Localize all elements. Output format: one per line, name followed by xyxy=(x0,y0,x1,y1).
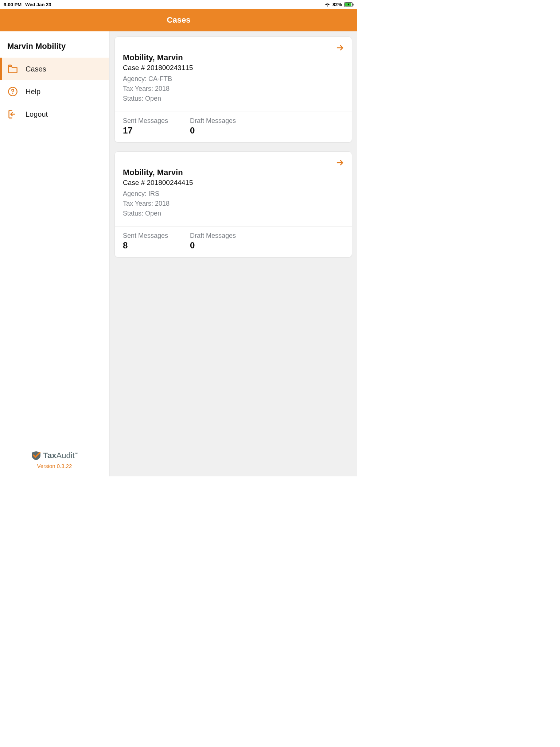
logout-icon xyxy=(7,109,18,119)
case-number: Case # 201800243115 xyxy=(123,64,344,72)
arrow-right-icon xyxy=(336,43,345,54)
stat-value: 0 xyxy=(190,125,236,136)
app-header: Cases xyxy=(0,9,357,31)
case-name: Mobility, Marvin xyxy=(123,168,344,177)
folder-icon xyxy=(7,65,18,73)
svg-rect-2 xyxy=(353,3,354,5)
sidebar-item-label: Logout xyxy=(26,110,48,119)
stat-value: 17 xyxy=(123,125,168,136)
sent-messages-stat: Sent Messages 8 xyxy=(123,232,168,251)
sidebar: Marvin Mobility Cases Help Logout xyxy=(0,31,109,476)
svg-point-4 xyxy=(12,93,13,94)
case-card[interactable]: Mobility, Marvin Case # 201800243115 Age… xyxy=(114,36,352,143)
case-meta: Agency: CA-FTB Tax Years: 2018 Status: O… xyxy=(123,74,344,104)
logo-text-2: Audit xyxy=(57,451,75,460)
sidebar-item-cases[interactable]: Cases xyxy=(0,58,109,80)
sidebar-username: Marvin Mobility xyxy=(0,31,109,58)
draft-messages-stat: Draft Messages 0 xyxy=(190,232,236,251)
help-icon xyxy=(7,86,18,97)
draft-messages-stat: Draft Messages 0 xyxy=(190,117,236,136)
status-battery-pct: 82% xyxy=(332,2,342,7)
sent-messages-stat: Sent Messages 17 xyxy=(123,117,168,136)
app-logo: TaxAudit™ xyxy=(7,450,102,461)
case-number: Case # 201800244415 xyxy=(123,179,344,187)
stat-value: 0 xyxy=(190,240,236,251)
stat-value: 8 xyxy=(123,240,168,251)
sidebar-item-help[interactable]: Help xyxy=(0,80,109,103)
status-time: 9:00 PM xyxy=(4,2,22,7)
status-date: Wed Jan 23 xyxy=(25,2,51,7)
page-title: Cases xyxy=(167,15,191,25)
stat-label: Sent Messages xyxy=(123,232,168,240)
stat-label: Draft Messages xyxy=(190,117,236,125)
shield-check-icon xyxy=(31,450,42,461)
stat-label: Sent Messages xyxy=(123,117,168,125)
sidebar-item-label: Help xyxy=(26,88,40,96)
sidebar-item-label: Cases xyxy=(26,65,46,73)
status-bar: 9:00 PM Wed Jan 23 82% xyxy=(0,0,357,9)
logo-text-1: Tax xyxy=(43,451,56,460)
sidebar-item-logout[interactable]: Logout xyxy=(0,103,109,125)
case-name: Mobility, Marvin xyxy=(123,53,344,62)
arrow-right-icon xyxy=(336,158,345,169)
wifi-icon xyxy=(324,2,330,7)
case-meta: Agency: IRS Tax Years: 2018 Status: Open xyxy=(123,189,344,218)
main-content: Mobility, Marvin Case # 201800243115 Age… xyxy=(109,31,357,476)
sidebar-footer: TaxAudit™ Version 0.3.22 xyxy=(0,443,109,476)
battery-charging-icon xyxy=(344,2,354,7)
stat-label: Draft Messages xyxy=(190,232,236,240)
app-version: Version 0.3.22 xyxy=(7,463,102,469)
case-card[interactable]: Mobility, Marvin Case # 201800244415 Age… xyxy=(114,151,352,258)
